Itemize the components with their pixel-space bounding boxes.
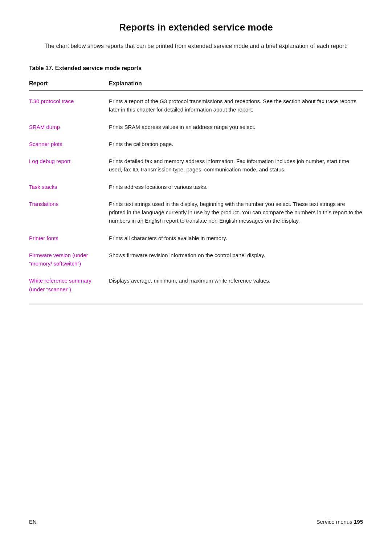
table-cell-report: Translations bbox=[29, 194, 109, 228]
table-header-row: Report Explanation bbox=[29, 77, 363, 91]
table-cell-explanation: Prints SRAM address values in an address… bbox=[109, 117, 363, 134]
table-row: TranslationsPrints text strings used in … bbox=[29, 194, 363, 228]
table-cell-explanation: Prints all characters of fonts available… bbox=[109, 228, 363, 245]
table-cell-report: White reference summary (under “scanner”… bbox=[29, 271, 109, 296]
table-row: Task stacksPrints address locations of v… bbox=[29, 177, 363, 194]
table-row: Scanner plotsPrints the calibration page… bbox=[29, 134, 363, 151]
table-row: T.30 protocol tracePrints a report of th… bbox=[29, 91, 363, 117]
bottom-rule bbox=[29, 304, 363, 304]
table-cell-explanation: Displays average, minimum, and maximum w… bbox=[109, 271, 363, 296]
table-cell-explanation: Prints a report of the G3 protocol trans… bbox=[109, 91, 363, 117]
table-row: Firmware version (under “memory/ softswi… bbox=[29, 245, 363, 271]
col-explanation-header: Explanation bbox=[109, 77, 363, 91]
page-intro: The chart below shows reports that can b… bbox=[29, 42, 363, 50]
footer-right: Service menus 195 bbox=[317, 519, 363, 525]
table-cell-report: Scanner plots bbox=[29, 134, 109, 151]
page-footer: EN Service menus 195 bbox=[29, 519, 363, 525]
footer-left: EN bbox=[29, 519, 37, 525]
col-report-header: Report bbox=[29, 77, 109, 91]
table-cell-explanation: Prints text strings used in the display,… bbox=[109, 194, 363, 228]
table-cell-report: Printer fonts bbox=[29, 228, 109, 245]
footer-right-label: Service menus bbox=[317, 519, 352, 525]
table-row: White reference summary (under “scanner”… bbox=[29, 271, 363, 296]
footer-page-number: 195 bbox=[354, 519, 363, 525]
table-cell-report: Log debug report bbox=[29, 151, 109, 177]
table-cell-explanation: Prints detailed fax and memory address i… bbox=[109, 151, 363, 177]
table-row: SRAM dumpPrints SRAM address values in a… bbox=[29, 117, 363, 134]
table-cell-report: SRAM dump bbox=[29, 117, 109, 134]
table-cell-explanation: Prints address locations of various task… bbox=[109, 177, 363, 194]
table-cell-report: Firmware version (under “memory/ softswi… bbox=[29, 245, 109, 271]
table-cell-explanation: Prints the calibration page. bbox=[109, 134, 363, 151]
table-row: Log debug reportPrints detailed fax and … bbox=[29, 151, 363, 177]
table-cell-explanation: Shows firmware revision information on t… bbox=[109, 245, 363, 271]
table-row: Printer fontsPrints all characters of fo… bbox=[29, 228, 363, 245]
report-table: Report Explanation T.30 protocol tracePr… bbox=[29, 77, 363, 296]
table-heading: Table 17. Extended service mode reports bbox=[29, 65, 363, 72]
table-cell-report: Task stacks bbox=[29, 177, 109, 194]
table-cell-report: T.30 protocol trace bbox=[29, 91, 109, 117]
page-title: Reports in extended service mode bbox=[29, 22, 363, 33]
page: Reports in extended service mode The cha… bbox=[0, 0, 392, 543]
